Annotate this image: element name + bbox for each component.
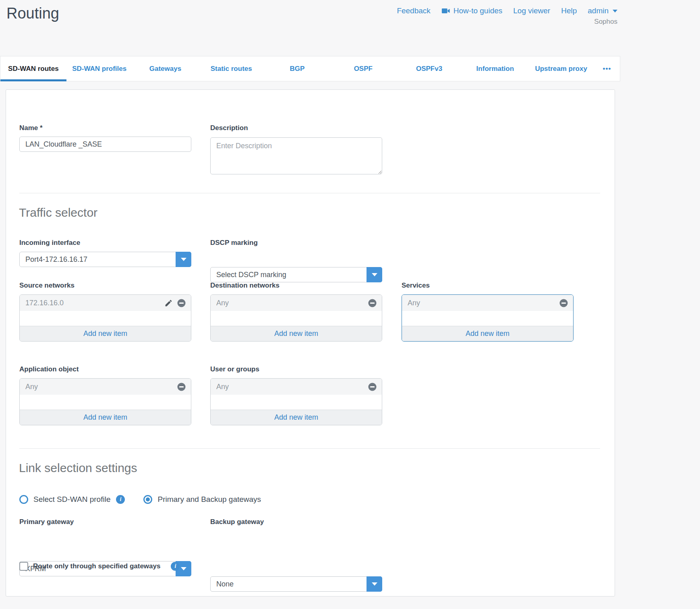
list-empty-area	[20, 395, 191, 410]
routing-page: Routing Feedback How-to guides Log viewe…	[0, 0, 700, 609]
sdwan-route-form-panel: Name * Description Traffic selector Inco…	[6, 89, 615, 597]
name-input[interactable]	[19, 137, 191, 152]
incoming-interface-label: Incoming interface	[19, 239, 80, 247]
tab-upstream-proxy[interactable]: Upstream proxy	[528, 56, 594, 81]
chevron-down-icon	[181, 567, 186, 570]
traffic-selector-title: Traffic selector	[19, 206, 97, 220]
chevron-down-icon	[613, 10, 617, 12]
tab-gateways[interactable]: Gateways	[133, 56, 199, 81]
link-selection-radios: Select SD-WAN profile i Primary and Back…	[19, 495, 261, 504]
list-item: Any	[402, 295, 573, 311]
tab-information[interactable]: Information	[462, 56, 528, 81]
application-object-box: Any Add new item	[19, 378, 191, 425]
list-item: Any	[20, 379, 191, 395]
required-asterisk: *	[40, 124, 43, 132]
dscp-marking-label: DSCP marking	[210, 239, 258, 247]
description-label: Description	[210, 124, 248, 132]
source-networks-label: Source networks	[19, 282, 75, 290]
list-item: Any	[211, 295, 382, 311]
source-networks-box: 172.16.16.0 Add new item	[19, 294, 191, 342]
add-new-item-button[interactable]: Add new item	[20, 410, 191, 425]
list-item: 172.16.16.0	[20, 295, 191, 311]
dropdown-button[interactable]	[367, 267, 382, 282]
primary-gateway-label: Primary gateway	[19, 518, 74, 526]
info-icon[interactable]: i	[116, 495, 125, 504]
sdwan-profile-radio-label: Select SD-WAN profile	[33, 495, 110, 504]
remove-minus-icon[interactable]	[177, 382, 186, 392]
dropdown-button[interactable]	[367, 576, 382, 592]
section-divider	[19, 448, 600, 449]
chevron-down-icon	[372, 582, 377, 586]
destination-networks-box: Any Add new item	[210, 294, 382, 342]
backup-gateway-select[interactable]: None	[210, 576, 382, 592]
header-links: Feedback How-to guides Log viewer Help a…	[383, 6, 617, 15]
primary-backup-gateways-radio-label: Primary and Backup gateways	[157, 495, 261, 504]
add-new-item-button[interactable]: Add new item	[20, 326, 191, 341]
admin-menu[interactable]: admin	[588, 6, 617, 15]
tab-ospf[interactable]: OSPF	[330, 56, 396, 81]
user-or-groups-box: Any Add new item	[210, 378, 382, 425]
tab-static-routes[interactable]: Static routes	[198, 56, 264, 81]
link-selection-title: Link selection settings	[19, 461, 137, 475]
remove-minus-icon[interactable]	[368, 298, 377, 308]
howto-guides-link[interactable]: How-to guides	[441, 6, 502, 15]
list-empty-area	[402, 311, 573, 326]
destination-networks-label: Destination networks	[210, 282, 280, 290]
services-label: Services	[402, 282, 430, 290]
tab-bgp[interactable]: BGP	[264, 56, 330, 81]
remove-minus-icon[interactable]	[559, 298, 568, 308]
list-item: Any	[211, 379, 382, 395]
primary-backup-gateways-radio[interactable]	[143, 495, 152, 504]
route-only-gateways-label: Route only through specified gateways	[33, 562, 160, 570]
remove-minus-icon[interactable]	[177, 298, 186, 308]
user-or-groups-label: User or groups	[210, 365, 259, 373]
list-empty-area	[20, 311, 191, 326]
add-new-item-button[interactable]: Add new item	[402, 326, 573, 341]
route-gateways-row: Route only through specified gateways i	[19, 562, 180, 571]
info-icon[interactable]: i	[171, 562, 180, 571]
video-camera-icon	[441, 6, 450, 15]
list-empty-area	[211, 395, 382, 410]
name-label: Name *	[19, 124, 43, 132]
feedback-link[interactable]: Feedback	[397, 6, 430, 15]
dropdown-button[interactable]	[176, 252, 191, 267]
help-link[interactable]: Help	[561, 6, 577, 15]
incoming-interface-select[interactable]: Port4-172.16.16.17	[19, 252, 191, 267]
chevron-down-icon	[372, 273, 377, 276]
tab-sdwan-profiles[interactable]: SD-WAN profiles	[66, 56, 133, 81]
remove-minus-icon[interactable]	[368, 382, 377, 392]
log-viewer-link[interactable]: Log viewer	[513, 6, 550, 15]
application-object-label: Application object	[19, 365, 79, 373]
brand-label: Sophos	[594, 18, 617, 26]
tab-overflow-menu[interactable]: •••	[594, 56, 620, 81]
add-new-item-button[interactable]: Add new item	[211, 410, 382, 425]
tab-sdwan-routes[interactable]: SD-WAN routes	[0, 56, 66, 81]
dscp-marking-select[interactable]: Select DSCP marking	[210, 267, 382, 282]
list-empty-area	[211, 311, 382, 326]
add-new-item-button[interactable]: Add new item	[211, 326, 382, 341]
description-textarea[interactable]	[210, 137, 382, 174]
sdwan-profile-radio[interactable]	[19, 495, 28, 504]
edit-pencil-icon[interactable]	[164, 299, 173, 307]
section-divider	[19, 193, 600, 193]
route-only-gateways-checkbox[interactable]	[19, 562, 28, 571]
services-box: Any Add new item	[402, 294, 574, 342]
tab-bar: SD-WAN routes SD-WAN profiles Gateways S…	[0, 56, 620, 81]
page-title: Routing	[6, 5, 59, 22]
tab-ospfv3[interactable]: OSPFv3	[396, 56, 462, 81]
backup-gateway-label: Backup gateway	[210, 518, 264, 526]
chevron-down-icon	[181, 258, 186, 261]
